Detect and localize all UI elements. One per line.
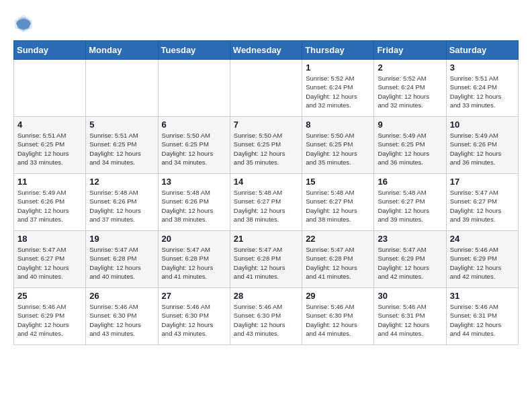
day-info: Sunrise: 5:52 AM Sunset: 6:24 PM Dayligh… [306,74,370,109]
day-info: Sunrise: 5:51 AM Sunset: 6:24 PM Dayligh… [450,74,515,109]
day-number: 24 [450,234,515,244]
calendar-header-tuesday: Tuesday [158,41,230,60]
calendar-cell: 12Sunrise: 5:48 AM Sunset: 6:26 PM Dayli… [86,174,158,231]
day-number: 27 [162,291,226,301]
calendar-cell: 17Sunrise: 5:47 AM Sunset: 6:27 PM Dayli… [446,174,518,231]
calendar-cell: 2Sunrise: 5:52 AM Sunset: 6:24 PM Daylig… [374,60,446,117]
logo [13,13,36,34]
day-number: 14 [234,177,298,187]
day-info: Sunrise: 5:48 AM Sunset: 6:27 PM Dayligh… [306,188,370,224]
day-info: Sunrise: 5:46 AM Sunset: 6:30 PM Dayligh… [89,302,154,338]
calendar-cell: 8Sunrise: 5:50 AM Sunset: 6:25 PM Daylig… [302,117,374,174]
day-info: Sunrise: 5:49 AM Sunset: 6:26 PM Dayligh… [450,131,515,167]
day-info: Sunrise: 5:46 AM Sunset: 6:31 PM Dayligh… [450,302,515,338]
calendar-header-thursday: Thursday [302,41,374,60]
day-number: 21 [234,234,298,244]
day-number: 10 [450,120,515,130]
day-info: Sunrise: 5:47 AM Sunset: 6:29 PM Dayligh… [378,245,442,281]
calendar-week-3: 11Sunrise: 5:49 AM Sunset: 6:26 PM Dayli… [14,174,519,231]
day-number: 28 [234,291,298,301]
calendar-cell: 15Sunrise: 5:48 AM Sunset: 6:27 PM Dayli… [302,174,374,231]
calendar-cell: 26Sunrise: 5:46 AM Sunset: 6:30 PM Dayli… [86,288,158,345]
day-number: 31 [450,291,515,301]
calendar-cell [86,60,158,117]
calendar-cell: 23Sunrise: 5:47 AM Sunset: 6:29 PM Dayli… [374,231,446,288]
calendar-cell: 14Sunrise: 5:48 AM Sunset: 6:27 PM Dayli… [230,174,302,231]
day-number: 19 [89,234,154,244]
calendar-cell: 25Sunrise: 5:46 AM Sunset: 6:29 PM Dayli… [14,288,86,345]
day-number: 12 [89,177,154,187]
calendar-cell: 11Sunrise: 5:49 AM Sunset: 6:26 PM Dayli… [14,174,86,231]
calendar-header-sunday: Sunday [14,41,86,60]
calendar-cell: 1Sunrise: 5:52 AM Sunset: 6:24 PM Daylig… [302,60,374,117]
page-header [13,13,519,34]
day-info: Sunrise: 5:50 AM Sunset: 6:25 PM Dayligh… [306,131,370,167]
calendar-header-saturday: Saturday [446,41,518,60]
calendar-cell: 30Sunrise: 5:46 AM Sunset: 6:31 PM Dayli… [374,288,446,345]
calendar-header-wednesday: Wednesday [230,41,302,60]
calendar-cell: 3Sunrise: 5:51 AM Sunset: 6:24 PM Daylig… [446,60,518,117]
day-info: Sunrise: 5:51 AM Sunset: 6:25 PM Dayligh… [17,131,82,167]
calendar-week-5: 25Sunrise: 5:46 AM Sunset: 6:29 PM Dayli… [14,288,519,345]
day-number: 11 [17,177,82,187]
day-info: Sunrise: 5:48 AM Sunset: 6:26 PM Dayligh… [162,188,226,224]
day-info: Sunrise: 5:46 AM Sunset: 6:29 PM Dayligh… [450,245,515,281]
day-number: 13 [162,177,226,187]
day-number: 15 [306,177,370,187]
calendar-cell: 4Sunrise: 5:51 AM Sunset: 6:25 PM Daylig… [14,117,86,174]
calendar-cell: 13Sunrise: 5:48 AM Sunset: 6:26 PM Dayli… [158,174,230,231]
day-number: 23 [378,234,442,244]
day-info: Sunrise: 5:51 AM Sunset: 6:25 PM Dayligh… [89,131,154,167]
day-number: 5 [89,120,154,130]
day-info: Sunrise: 5:47 AM Sunset: 6:28 PM Dayligh… [234,245,298,281]
day-number: 4 [17,120,82,130]
calendar-cell: 27Sunrise: 5:46 AM Sunset: 6:30 PM Dayli… [158,288,230,345]
day-info: Sunrise: 5:49 AM Sunset: 6:25 PM Dayligh… [378,131,442,167]
calendar-cell: 9Sunrise: 5:49 AM Sunset: 6:25 PM Daylig… [374,117,446,174]
day-number: 20 [162,234,226,244]
day-info: Sunrise: 5:47 AM Sunset: 6:28 PM Dayligh… [306,245,370,281]
calendar-cell: 5Sunrise: 5:51 AM Sunset: 6:25 PM Daylig… [86,117,158,174]
calendar-cell: 10Sunrise: 5:49 AM Sunset: 6:26 PM Dayli… [446,117,518,174]
day-info: Sunrise: 5:46 AM Sunset: 6:30 PM Dayligh… [162,302,226,338]
day-number: 8 [306,120,370,130]
day-info: Sunrise: 5:47 AM Sunset: 6:28 PM Dayligh… [162,245,226,281]
day-info: Sunrise: 5:47 AM Sunset: 6:27 PM Dayligh… [450,188,515,224]
day-info: Sunrise: 5:46 AM Sunset: 6:31 PM Dayligh… [378,302,442,338]
day-info: Sunrise: 5:50 AM Sunset: 6:25 PM Dayligh… [234,131,298,167]
calendar-cell: 24Sunrise: 5:46 AM Sunset: 6:29 PM Dayli… [446,231,518,288]
day-info: Sunrise: 5:48 AM Sunset: 6:27 PM Dayligh… [378,188,442,224]
day-info: Sunrise: 5:52 AM Sunset: 6:24 PM Dayligh… [378,74,442,109]
day-number: 6 [162,120,226,130]
day-number: 2 [378,62,442,73]
calendar-week-4: 18Sunrise: 5:47 AM Sunset: 6:27 PM Dayli… [14,231,519,288]
day-info: Sunrise: 5:47 AM Sunset: 6:28 PM Dayligh… [89,245,154,281]
day-number: 1 [306,62,370,73]
day-info: Sunrise: 5:46 AM Sunset: 6:29 PM Dayligh… [17,302,82,338]
calendar-table: SundayMondayTuesdayWednesdayThursdayFrid… [13,40,519,345]
calendar-cell [230,60,302,117]
calendar-cell [14,60,86,117]
calendar-header-friday: Friday [374,41,446,60]
day-number: 22 [306,234,370,244]
day-info: Sunrise: 5:48 AM Sunset: 6:27 PM Dayligh… [234,188,298,224]
day-number: 16 [378,177,442,187]
calendar-body: 1Sunrise: 5:52 AM Sunset: 6:24 PM Daylig… [14,60,519,345]
calendar-week-1: 1Sunrise: 5:52 AM Sunset: 6:24 PM Daylig… [14,60,519,117]
calendar-cell: 22Sunrise: 5:47 AM Sunset: 6:28 PM Dayli… [302,231,374,288]
calendar-cell: 20Sunrise: 5:47 AM Sunset: 6:28 PM Dayli… [158,231,230,288]
day-number: 9 [378,120,442,130]
calendar-header-monday: Monday [86,41,158,60]
calendar-cell: 29Sunrise: 5:46 AM Sunset: 6:30 PM Dayli… [302,288,374,345]
day-number: 29 [306,291,370,301]
calendar-cell: 18Sunrise: 5:47 AM Sunset: 6:27 PM Dayli… [14,231,86,288]
day-info: Sunrise: 5:50 AM Sunset: 6:25 PM Dayligh… [162,131,226,167]
day-number: 26 [89,291,154,301]
day-info: Sunrise: 5:46 AM Sunset: 6:30 PM Dayligh… [306,302,370,338]
calendar-cell: 16Sunrise: 5:48 AM Sunset: 6:27 PM Dayli… [374,174,446,231]
calendar-cell: 7Sunrise: 5:50 AM Sunset: 6:25 PM Daylig… [230,117,302,174]
day-info: Sunrise: 5:49 AM Sunset: 6:26 PM Dayligh… [17,188,82,224]
day-number: 7 [234,120,298,130]
calendar-cell [158,60,230,117]
day-number: 25 [17,291,82,301]
